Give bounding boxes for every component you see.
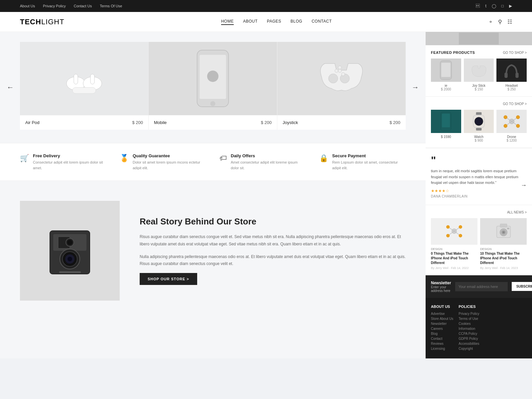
footer-link-blog[interactable]: Blog [431, 332, 453, 335]
footer-link-reviews[interactable]: Reviews [431, 342, 453, 345]
footer-link-gdpr[interactable]: GDPR Policy [459, 337, 479, 340]
svg-point-14 [335, 69, 338, 72]
newsletter-subscribe-button[interactable]: SUBSCRIBE [512, 282, 532, 291]
featured-header: FEATURED PRODUCTS GO TO SHOP > [431, 51, 527, 55]
feature-offers-desc: Amet consectetur adipit elit loreme ipsu… [231, 160, 306, 171]
nav-pages[interactable]: PAGES [267, 19, 281, 25]
footer-link-copyright[interactable]: Copyright [459, 347, 479, 350]
sidebar-testimonial: " tium in neque, elit morbi sagittis lor… [426, 148, 532, 205]
prev-arrow[interactable]: ← [7, 83, 14, 92]
footer-link-licensing[interactable]: Licensing [431, 347, 453, 350]
footer-link-ccpa[interactable]: CCPA Policy [459, 332, 479, 335]
product-img-joystick [277, 42, 406, 115]
instagram-icon[interactable]: □ [501, 4, 504, 8]
sidebar-product-2[interactable]: Headset $ 250 [496, 59, 527, 91]
product-card-joystick[interactable]: Joystick $ 200 [277, 42, 406, 130]
featured-row2: $ 1590 Watch $ 900 [431, 110, 527, 142]
sidebar-product-price-2: $ 250 [496, 87, 527, 91]
offers-icon: 🏷 [219, 154, 227, 163]
product-info-joystick: Joystick $ 200 [277, 115, 406, 130]
youtube-icon[interactable]: ▶ [509, 4, 512, 8]
twitter-icon[interactable]: t [485, 4, 486, 8]
footer-link-access[interactable]: Accessibilities [459, 342, 479, 345]
footer-link-info[interactable]: Information [459, 327, 479, 331]
nav-blog[interactable]: BLOG [291, 19, 302, 25]
search-icon[interactable]: ⚲ [498, 19, 502, 25]
sidebar-product-price-1: $ 150 [464, 87, 494, 91]
svg-point-36 [475, 117, 482, 125]
sidebar-watch-svg [470, 111, 487, 131]
topbar-link-terms[interactable]: Terms Of Use [100, 4, 122, 8]
nav-links: HOME ABOUT PAGES BLOG CONTACT [221, 19, 332, 25]
sidebar-product-img-teal [431, 110, 461, 133]
top-bar: About Us Privacy Policy Contact Us Terms… [0, 0, 532, 12]
product-card-airpod[interactable]: Air Pod $ 200 [20, 42, 148, 130]
svg-rect-60 [507, 228, 509, 229]
footer-link-contact[interactable]: Contact [431, 337, 453, 340]
footer-link-newsletter[interactable]: Newsletter [431, 322, 453, 326]
sidebar-product-1[interactable]: Joy Stick $ 150 [464, 59, 494, 91]
topbar-link-contact[interactable]: Contact Us [74, 4, 92, 8]
product-price-mobile: $ 200 [261, 120, 272, 125]
testimonial-next[interactable]: → [521, 182, 527, 189]
product-card-mobile[interactable]: Mobile $ 200 [148, 42, 277, 130]
footer-policies-title: POLICIES [459, 305, 479, 309]
sidebar-product-price-5: $ 1200 [496, 139, 527, 142]
svg-point-53 [446, 234, 450, 238]
feature-payment-desc: Rem Lopsum dolor sit amet, consectetur a… [332, 160, 406, 171]
svg-point-13 [338, 66, 341, 69]
user-icon[interactable]: ⚬ [488, 19, 493, 25]
news-card-1[interactable]: DESIGN 10 Things That Make The IPhone An… [480, 218, 527, 270]
sidebar-product-0[interactable]: ie $ 2000 [431, 59, 461, 91]
pinterest-icon[interactable]: ◯ [492, 4, 496, 8]
nav-contact[interactable]: CONTACT [312, 19, 332, 25]
next-arrow[interactable]: → [412, 83, 419, 92]
svg-rect-29 [515, 72, 518, 78]
nav-home[interactable]: HOME [221, 19, 234, 25]
product-img-mobile [149, 42, 277, 115]
facebook-icon[interactable]:  [476, 4, 480, 8]
feature-quality: 🏅 Quality Guarantee Dolor sit amet lorem… [120, 153, 206, 171]
cart-icon[interactable]: ☷ [507, 19, 512, 25]
top-bar-socials:  t ◯ □ ▶ [476, 4, 512, 8]
svg-rect-27 [442, 63, 451, 77]
footer-link-careers[interactable]: Careers [431, 327, 453, 331]
footer-link-advertise[interactable]: Advertise [431, 312, 453, 316]
about-section: Real Story Behind Our Store Risus augue … [0, 181, 426, 321]
delivery-icon: 🛒 [20, 154, 29, 163]
sidebar-product-5[interactable]: Drone $ 1200 [496, 110, 527, 142]
svg-point-10 [340, 74, 349, 83]
feature-payment-title: Secure Payment [332, 153, 406, 158]
footer-about-title: ABOUT US [431, 305, 453, 309]
shop-now-button[interactable]: SHOP OUR STORE > [140, 273, 197, 285]
about-image [20, 201, 120, 301]
sidebar-product-4[interactable]: Watch $ 900 [464, 110, 494, 142]
featured-goto2[interactable]: GO TO SHOP > [503, 102, 527, 106]
news-title-0: 0 Things That Make The IPhone And iPod T… [431, 251, 477, 265]
svg-rect-33 [476, 128, 482, 130]
footer-link-privacy[interactable]: Privacy Policy [459, 312, 479, 316]
news-card-0[interactable]: DESIGN 0 Things That Make The IPhone And… [431, 218, 477, 270]
product-info-airpod: Air Pod $ 200 [20, 115, 148, 130]
quote-mark: " [431, 155, 527, 166]
topbar-link-privacy[interactable]: Privacy Policy [43, 4, 66, 8]
nav-about[interactable]: ABOUT [243, 19, 258, 25]
page-layout: ← Air Pod [0, 32, 532, 358]
svg-rect-4 [72, 87, 96, 93]
featured-row1: ie $ 2000 Joy Stick $ 150 [431, 59, 527, 91]
footer-link-terms[interactable]: Terms of Use [459, 317, 479, 321]
news-title-1: 10 Things That Make The IPhone And iPod … [480, 251, 527, 265]
news-drone-svg [444, 222, 464, 240]
feature-payment: 🔒 Secure Payment Rem Lopsum dolor sit am… [319, 153, 406, 171]
all-news-link[interactable]: ALL NEWS > [507, 210, 527, 214]
news-meta-0: By Jerry Weil · Feb 14, 2022 [431, 266, 477, 270]
footer-link-storeabout[interactable]: Store About Us [431, 317, 453, 321]
site-logo[interactable]: TECHLIGHT [20, 18, 65, 26]
featured-goto[interactable]: GO TO SHOP > [503, 51, 527, 55]
newsletter-input[interactable] [455, 282, 508, 291]
sidebar-product-img-drone [496, 110, 527, 133]
footer-link-cookies[interactable]: Cookies [459, 322, 479, 326]
sidebar-product-3[interactable]: $ 1590 [431, 110, 461, 142]
topbar-link-about[interactable]: About Us [20, 4, 35, 8]
svg-point-21 [67, 257, 72, 261]
